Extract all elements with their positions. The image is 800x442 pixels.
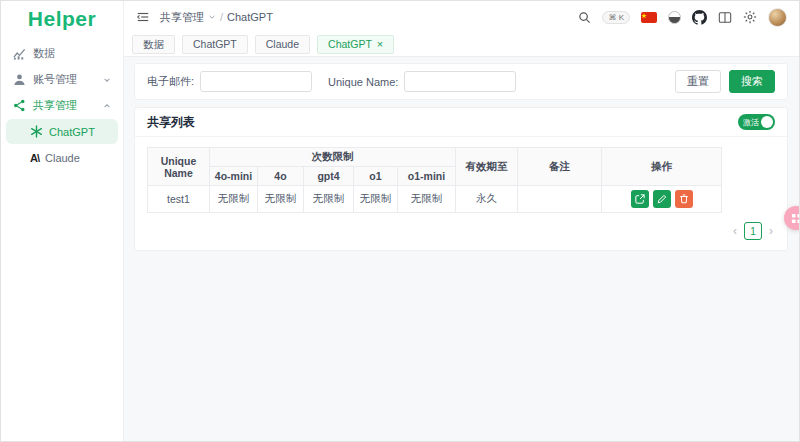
cell-limit: 无限制 xyxy=(398,186,456,213)
github-icon[interactable] xyxy=(692,10,707,25)
tab-label: ChatGPT xyxy=(193,38,237,51)
pagination: ‹ 1 › xyxy=(135,213,787,242)
palette-icon xyxy=(791,213,800,224)
edit-button[interactable] xyxy=(653,190,671,208)
share-list-card: 共享列表 激活 Unique Name 次数 xyxy=(134,107,788,251)
close-icon[interactable]: × xyxy=(377,39,383,50)
sidebar-item-share[interactable]: 共享管理 xyxy=(6,93,118,118)
sidebar-item-label: 账号管理 xyxy=(33,72,77,87)
table-row: test1 无限制 无限制 无限制 无限制 无限制 永久 xyxy=(148,186,722,213)
sidebar-subitem-label: Claude xyxy=(45,152,80,164)
filter-bar: 电子邮件: Unique Name: 重置 搜索 xyxy=(134,63,788,100)
sidebar-nav: 数据 账号管理 共享管理 ChatGPT A\ Claude xyxy=(1,37,123,175)
col-model: 4o xyxy=(258,167,304,186)
sidebar-item-accounts[interactable]: 账号管理 xyxy=(6,67,118,92)
theme-toggle-icon[interactable] xyxy=(668,11,681,24)
app-window: Helper 数据 账号管理 共享管理 ChatGPT A\ xyxy=(0,0,800,442)
reset-button[interactable]: 重置 xyxy=(675,70,721,93)
sidebar-item-data[interactable]: 数据 xyxy=(6,41,118,66)
share-list-title: 共享列表 xyxy=(147,114,195,131)
unique-name-label: Unique Name: xyxy=(328,76,398,88)
share-list-header: 共享列表 激活 xyxy=(135,108,787,137)
docs-icon[interactable] xyxy=(718,11,732,24)
toggle-knob xyxy=(761,116,773,128)
tab-label: 数据 xyxy=(143,38,164,51)
search-button[interactable]: 搜索 xyxy=(729,70,775,93)
unique-name-input[interactable] xyxy=(404,71,516,92)
cell-limit: 无限制 xyxy=(258,186,304,213)
tab-claude[interactable]: Claude xyxy=(255,35,310,54)
chevron-up-icon xyxy=(103,102,111,110)
prev-page-icon[interactable]: ‹ xyxy=(733,225,737,237)
cell-actions xyxy=(602,186,722,213)
share-table: Unique Name 次数限制 有效期至 备注 操作 4o-mini 4o g… xyxy=(147,147,722,213)
breadcrumb-root[interactable]: 共享管理 xyxy=(160,10,204,25)
sidebar-subitem-claude[interactable]: A\ Claude xyxy=(6,145,118,170)
col-limit-group: 次数限制 xyxy=(210,148,456,167)
col-actions: 操作 xyxy=(602,148,722,186)
cell-expire: 永久 xyxy=(456,186,518,213)
cell-note xyxy=(518,186,602,213)
tab-label: ChatGPT xyxy=(328,38,372,51)
page-number[interactable]: 1 xyxy=(744,222,762,240)
sidebar-subitem-chatgpt[interactable]: ChatGPT xyxy=(6,119,118,144)
email-label: 电子邮件: xyxy=(147,74,194,89)
cell-limit: 无限制 xyxy=(354,186,398,213)
openai-icon xyxy=(30,125,43,138)
toggle-label: 激活 xyxy=(743,117,759,128)
search-icon[interactable] xyxy=(578,11,591,24)
cell-limit: 无限制 xyxy=(210,186,258,213)
col-unique-name: Unique Name xyxy=(148,148,210,186)
app-logo: Helper xyxy=(1,1,123,37)
main-area: 共享管理 / ChatGPT ⌘ K xyxy=(124,1,799,441)
trash-icon xyxy=(679,194,689,204)
cell-unique-name: test1 xyxy=(148,186,210,213)
user-icon xyxy=(13,73,26,86)
tabbar: 数据 ChatGPT Claude ChatGPT × xyxy=(124,33,799,57)
language-flag-icon[interactable] xyxy=(641,12,657,23)
shortcut-badge[interactable]: ⌘ K xyxy=(602,11,630,24)
cell-limit: 无限制 xyxy=(304,186,354,213)
filter-buttons: 重置 搜索 xyxy=(675,70,775,93)
col-note: 备注 xyxy=(518,148,602,186)
sidebar: Helper 数据 账号管理 共享管理 ChatGPT A\ xyxy=(1,1,124,441)
share-icon xyxy=(13,99,26,112)
breadcrumb: 共享管理 / ChatGPT xyxy=(160,10,273,25)
tab-chatgpt-active[interactable]: ChatGPT × xyxy=(317,35,394,54)
breadcrumb-separator: / xyxy=(220,11,223,23)
col-model: o1 xyxy=(354,167,398,186)
topbar-tools: ⌘ K xyxy=(578,8,787,27)
col-model: 4o-mini xyxy=(210,167,258,186)
active-toggle[interactable]: 激活 xyxy=(738,114,775,130)
chevron-down-icon xyxy=(208,13,216,21)
topbar: 共享管理 / ChatGPT ⌘ K xyxy=(124,1,799,33)
share-link-button[interactable] xyxy=(631,190,649,208)
delete-button[interactable] xyxy=(675,190,693,208)
external-link-icon xyxy=(635,194,645,204)
share-table-wrap: Unique Name 次数限制 有效期至 备注 操作 4o-mini 4o g… xyxy=(135,137,787,213)
breadcrumb-current: ChatGPT xyxy=(227,11,273,23)
sidebar-collapse-icon[interactable] xyxy=(136,10,150,24)
sidebar-subitem-label: ChatGPT xyxy=(49,126,95,138)
tab-data[interactable]: 数据 xyxy=(132,35,175,54)
content: 电子邮件: Unique Name: 重置 搜索 共享列表 激活 xyxy=(124,57,799,441)
tab-label: Claude xyxy=(266,38,299,51)
anthropic-icon: A\ xyxy=(30,152,39,164)
col-model: gpt4 xyxy=(304,167,354,186)
settings-gear-icon[interactable] xyxy=(743,10,757,24)
next-page-icon[interactable]: › xyxy=(769,225,773,237)
sidebar-item-label: 共享管理 xyxy=(33,98,77,113)
tab-chatgpt[interactable]: ChatGPT xyxy=(182,35,248,54)
sidebar-item-label: 数据 xyxy=(33,46,55,61)
col-model: o1-mini xyxy=(398,167,456,186)
edit-pencil-icon xyxy=(657,194,667,204)
user-avatar[interactable] xyxy=(768,8,787,27)
chart-icon xyxy=(13,47,26,60)
chevron-down-icon xyxy=(103,76,111,84)
email-input[interactable] xyxy=(200,71,312,92)
col-expire: 有效期至 xyxy=(456,148,518,186)
